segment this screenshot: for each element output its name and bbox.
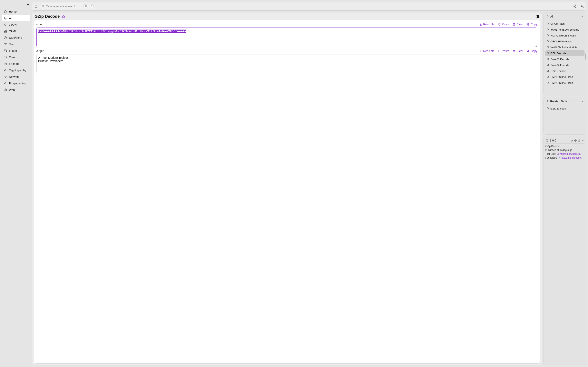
user-icon[interactable] xyxy=(580,4,584,8)
sidebar-item-encode[interactable]: Encode xyxy=(2,60,30,67)
svg-rect-26 xyxy=(571,140,572,141)
tool-item[interactable]: Base58 Decode xyxy=(545,56,585,62)
tool-item[interactable]: GZip Decode xyxy=(545,50,585,56)
svg-point-6 xyxy=(5,50,5,51)
sidebar-item-text[interactable]: Text xyxy=(2,41,30,48)
collapse-sidebar-icon[interactable] xyxy=(26,3,30,7)
favorite-star-icon[interactable] xyxy=(62,15,65,18)
svg-point-11 xyxy=(42,5,44,7)
search-icon xyxy=(42,5,44,8)
svg-point-28 xyxy=(578,140,580,142)
output-clear-button[interactable]: Clear xyxy=(512,49,523,53)
all-tools-header[interactable]: All xyxy=(545,13,585,20)
chevron-down-icon xyxy=(581,100,584,103)
all-tools-title: All xyxy=(550,15,553,18)
tool-item[interactable]: YAML To Ruby Module xyxy=(545,44,585,50)
input-clear-button[interactable]: Clear xyxy=(512,23,523,26)
bell-icon xyxy=(546,15,549,18)
tool-item[interactable]: YAML To JSON Schema xyxy=(545,27,585,33)
sidebar-item-programming[interactable]: Programming xyxy=(2,80,30,87)
copy-icon[interactable] xyxy=(571,139,573,142)
output-textarea[interactable] xyxy=(36,54,537,73)
svg-rect-20 xyxy=(527,23,529,25)
sidebar-item-web[interactable]: Web xyxy=(2,87,30,93)
link-icon xyxy=(557,152,559,155)
bell-icon xyxy=(4,17,7,20)
input-copy-button[interactable]: Copy xyxy=(527,23,537,26)
topbar: ⌘ + K xyxy=(32,2,586,11)
main-panel: GZip Decode input Read file Paste Clear … xyxy=(32,12,542,365)
related-tool-item[interactable]: GZip Encode xyxy=(545,106,585,111)
sidebar-item-label: Encode xyxy=(9,62,18,66)
search-box[interactable]: ⌘ + K xyxy=(40,3,95,9)
related-tools-title: Related Tools xyxy=(550,100,568,103)
tool-item[interactable]: HMAC-SHA384 Hash xyxy=(545,33,585,39)
home-icon xyxy=(4,10,7,13)
tool-item[interactable]: HMAC-SHA0 Hash xyxy=(545,80,585,86)
toggle-right-panel-icon[interactable] xyxy=(536,15,539,18)
sidebar-item-all[interactable]: All xyxy=(2,15,30,21)
bolt-icon xyxy=(4,69,7,72)
home-button[interactable] xyxy=(34,4,38,8)
tool-item[interactable]: GZip Encode xyxy=(545,68,585,74)
meta-published-value: 6 days ago xyxy=(560,149,572,151)
svg-rect-21 xyxy=(499,50,500,52)
all-tools-card: All CRC8 HashYAML To JSON SchemaHMAC-SHA… xyxy=(544,12,586,95)
sidebar-item-label: JSON xyxy=(9,23,17,26)
output-read-file-button[interactable]: Read file xyxy=(479,49,494,53)
svg-rect-1 xyxy=(6,30,7,31)
related-tools-header[interactable]: Related Tools xyxy=(545,98,585,105)
search-input[interactable] xyxy=(46,4,82,8)
related-tools-card: Related Tools GZip Encode xyxy=(544,97,586,134)
tool-item[interactable]: Base62 Encode xyxy=(545,62,585,68)
sidebar-item-label: Image xyxy=(9,49,17,52)
meta-toollink-label: Tool Link: xyxy=(545,152,556,155)
input-read-file-button[interactable]: Read file xyxy=(479,23,494,26)
output-paste-button[interactable]: Paste xyxy=(498,49,509,53)
info-icon xyxy=(546,139,549,142)
scrollbar-thumb[interactable] xyxy=(585,54,586,59)
output-copy-button[interactable]: Copy xyxy=(527,49,537,53)
globe-icon[interactable] xyxy=(574,139,577,142)
tool-item[interactable]: CRC81Wire Hash xyxy=(545,39,585,44)
related-tools-list: GZip Encode xyxy=(545,106,585,111)
all-tools-list: CRC8 HashYAML To JSON SchemaHMAC-SHA384 … xyxy=(545,21,585,86)
chevron-down-icon[interactable] xyxy=(581,139,584,142)
tool-item[interactable]: HMAC-SHA1 Hash xyxy=(545,74,585,80)
svg-point-9 xyxy=(5,78,5,78)
svg-rect-3 xyxy=(6,31,7,33)
sidebar-item-label: Network xyxy=(9,75,19,78)
sidebar-item-network[interactable]: Network xyxy=(2,74,30,80)
search-shortcut: ⌘ + K xyxy=(84,4,94,8)
sidebar-item-datetime[interactable]: Date/Time xyxy=(2,34,30,41)
loader-icon xyxy=(4,56,7,59)
text-icon xyxy=(4,43,7,46)
svg-rect-29 xyxy=(557,153,559,155)
sidebar-item-cryptography[interactable]: Cryptography xyxy=(2,67,30,74)
sidebar-item-label: YAML xyxy=(9,30,17,33)
meta-published-label: Published at: xyxy=(545,149,559,151)
input-textarea[interactable] xyxy=(36,27,537,47)
input-paste-button[interactable]: Paste xyxy=(498,23,509,26)
sidebar-item-label: Home xyxy=(9,10,17,13)
svg-rect-2 xyxy=(4,31,5,33)
input-label: input xyxy=(36,23,43,26)
check-circle-icon[interactable] xyxy=(578,139,580,142)
sidebar-item-label: Color xyxy=(9,56,16,59)
sidebar-item-home[interactable]: Home xyxy=(2,8,30,15)
meta-feedback-link[interactable]: https://github.com/… xyxy=(561,156,583,159)
svg-point-7 xyxy=(4,56,7,58)
svg-rect-0 xyxy=(4,30,5,31)
share-icon[interactable] xyxy=(573,4,577,8)
meta-tool-link[interactable]: https://t.he3app.co… xyxy=(560,152,582,155)
sidebar-item-label: Web xyxy=(9,88,15,92)
sidebar-item-image[interactable]: Image xyxy=(2,48,30,54)
sidebar-item-color[interactable]: Color xyxy=(2,54,30,60)
meta-feedback-label: Feedback: xyxy=(545,156,557,159)
sidebar-item-yaml[interactable]: YAML xyxy=(2,28,30,34)
tool-item[interactable]: CRC8 Hash xyxy=(545,21,585,27)
page-title: GZip Decode xyxy=(35,14,60,19)
sidebar-item-json[interactable]: JSON xyxy=(2,21,30,28)
left-sidebar: Home All JSON YAML Date/Time Text xyxy=(0,0,32,367)
svg-rect-23 xyxy=(527,50,529,52)
